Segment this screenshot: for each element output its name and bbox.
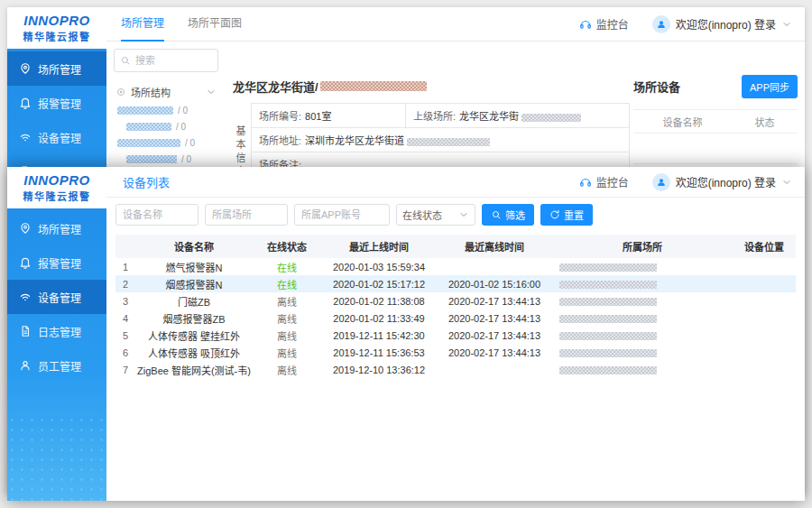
cell-index: 6 xyxy=(115,344,135,361)
online-status-value: 在线状态 xyxy=(402,208,442,222)
column-header-device-name: 设备名称 xyxy=(135,235,253,258)
cell-location xyxy=(733,275,796,292)
back-topbar-right: 监控台 欢迎您(innopro) 登录 xyxy=(579,7,792,41)
app-account-input[interactable] xyxy=(294,204,390,226)
breadcrumb-text: 龙华区龙华街道/ xyxy=(233,78,318,95)
tree-item[interactable]: / 0 xyxy=(114,134,218,151)
reset-button[interactable]: 重置 xyxy=(540,204,593,226)
tab-place-management[interactable]: 场所管理 xyxy=(121,7,164,42)
status-badge: 离线 xyxy=(277,314,297,325)
redacted-text xyxy=(559,366,657,374)
cell-device-name: 门磁ZB xyxy=(135,292,253,309)
sidebar-item-label: 设备管理 xyxy=(38,130,81,145)
front-main: 设备列表 监控台 欢迎您(innopro) 登录 在线状态 xyxy=(106,167,805,501)
device-name-input[interactable] xyxy=(115,204,198,226)
welcome-text: 欢迎您(innopro) 登录 xyxy=(676,174,776,189)
headset-icon xyxy=(579,18,592,31)
column-header-last-offline: 最近离线时间 xyxy=(437,235,552,258)
tree-item-count: / 0 xyxy=(181,154,191,164)
filter-button-label: 筛选 xyxy=(505,208,525,222)
sidebar-item-place-management[interactable]: 场所管理 xyxy=(7,51,106,86)
cell-index: 5 xyxy=(115,327,135,344)
cell-place xyxy=(552,309,733,327)
table-row[interactable]: 5 人体传感器 壁挂红外 离线 2019-12-11 15:42:30 2020… xyxy=(115,327,796,344)
sidebar-item-alarm-management[interactable]: 报警管理 xyxy=(7,245,106,280)
location-pin-icon xyxy=(19,62,32,75)
user-menu[interactable]: 欢迎您(innopro) 登录 xyxy=(652,173,792,191)
cell-device-name: 烟感报警器N xyxy=(135,275,253,292)
cell-location xyxy=(733,327,796,344)
sidebar-item-label: 报警管理 xyxy=(38,255,81,271)
form-cell-address: 场所地址:深圳市龙华区龙华街道 xyxy=(252,128,630,152)
cell-device-name: 人体传感器 壁挂红外 xyxy=(135,327,253,344)
avatar xyxy=(652,173,670,191)
redacted-text xyxy=(559,281,657,289)
status-badge: 离线 xyxy=(277,297,297,308)
sidebar-item-device-management[interactable]: 设备管理 xyxy=(7,120,106,154)
tree-item[interactable]: / 0 xyxy=(114,151,218,167)
brand-logo: INNOPRO 精华隆云报警 xyxy=(7,167,106,208)
cell-location xyxy=(733,309,796,327)
redacted-text xyxy=(559,298,657,306)
filter-button[interactable]: 筛选 xyxy=(482,204,534,226)
online-status-select[interactable]: 在线状态 xyxy=(396,204,475,226)
column-header-last-online: 最近上线时间 xyxy=(321,235,437,258)
device-table: 设备名称 在线状态 最近上线时间 最近离线时间 所属场所 设备位置 1 燃气报警… xyxy=(115,235,796,378)
place-tree-panel: 场所结构 / 0 / 0 / 0 / 0 xyxy=(114,49,218,167)
sidebar-item-label: 设备管理 xyxy=(38,290,81,305)
monitor-label: 监控台 xyxy=(596,16,629,32)
table-row[interactable]: 4 烟感报警器ZB 离线 2020-01-02 11:33:49 2020-02… xyxy=(115,309,796,327)
field-label: 上级场所: xyxy=(413,111,456,122)
user-menu[interactable]: 欢迎您(innopro) 登录 xyxy=(652,15,792,33)
app-sync-button[interactable]: APP同步 xyxy=(742,75,798,98)
avatar xyxy=(652,15,670,33)
cell-place xyxy=(552,292,733,309)
cell-last-online: 2019-12-11 15:42:30 xyxy=(321,327,437,344)
cell-location xyxy=(733,258,796,275)
reset-button-label: 重置 xyxy=(564,208,584,222)
redacted-text xyxy=(521,114,581,122)
sidebar-item-alarm-management[interactable]: 报警管理 xyxy=(7,86,106,120)
sidebar-item-device-management[interactable]: 设备管理 xyxy=(7,280,106,314)
sidebar-item-log-management[interactable]: 日志管理 xyxy=(7,314,106,348)
device-filters: 在线状态 筛选 重置 xyxy=(106,198,805,232)
cell-device-name: 燃气报警器N xyxy=(135,258,253,275)
table-row[interactable]: 1 燃气报警器N 在线 2020-01-03 15:59:34 xyxy=(115,258,796,275)
welcome-text: 欢迎您(innopro) 登录 xyxy=(676,16,776,32)
tree-item[interactable]: / 0 xyxy=(114,118,218,134)
monitor-console-link[interactable]: 监控台 xyxy=(579,174,629,189)
sidebar-item-place-management[interactable]: 场所管理 xyxy=(7,211,106,245)
status-badge: 离线 xyxy=(277,348,297,359)
sidebar-item-staff-management[interactable]: 员工管理 xyxy=(7,348,106,383)
column-header-status: 状态 xyxy=(732,110,798,134)
table-row[interactable]: 6 人体传感器 吸顶红外 离线 2019-12-11 15:36:53 2020… xyxy=(115,344,796,361)
tree-root-node[interactable]: 场所结构 xyxy=(114,82,218,102)
tree-search-input[interactable] xyxy=(135,55,198,66)
location-pin-icon xyxy=(19,222,32,235)
redacted-text xyxy=(117,139,180,147)
tab-place-floorplan[interactable]: 场所平面图 xyxy=(188,7,242,42)
chevron-down-icon xyxy=(781,19,792,30)
table-row[interactable]: 2 烟感报警器N 在线 2020-01-02 15:17:12 2020-01-… xyxy=(115,275,796,292)
place-input[interactable] xyxy=(205,204,288,226)
sidebar-item-label: 场所管理 xyxy=(38,61,81,77)
sidebar: INNOPRO 精华隆云报警 场所管理 报警管理 设备管理 日志管理 员 xyxy=(7,167,106,501)
cell-place xyxy=(552,258,733,275)
cell-last-offline: 2020-02-17 13:44:13 xyxy=(437,327,552,344)
cell-last-online: 2020-01-03 15:59:34 xyxy=(321,258,437,275)
field-label: 场所编号: xyxy=(259,111,301,122)
field-value: 龙华区龙华街 xyxy=(459,111,519,122)
place-device-table: 设备名称 状态 xyxy=(633,109,798,164)
tree-item[interactable]: / 0 xyxy=(114,102,218,118)
redacted-text xyxy=(559,263,657,272)
table-row[interactable]: 7 ZigBee 智能网关(测试-韦) 离线 2019-12-10 13:36:… xyxy=(115,361,796,378)
table-row[interactable]: 3 门磁ZB 离线 2020-01-02 11:38:08 2020-02-17… xyxy=(115,292,796,309)
brand-logo: INNOPRO 精华隆云报警 xyxy=(7,7,106,49)
column-header-device-name: 设备名称 xyxy=(633,110,732,134)
status-badge: 在线 xyxy=(277,280,297,291)
search-icon xyxy=(120,55,131,66)
monitor-console-link[interactable]: 监控台 xyxy=(579,16,629,32)
empty-table-body xyxy=(633,134,798,164)
circle-dot-icon xyxy=(115,87,126,97)
tree-item-count: / 0 xyxy=(178,106,188,115)
